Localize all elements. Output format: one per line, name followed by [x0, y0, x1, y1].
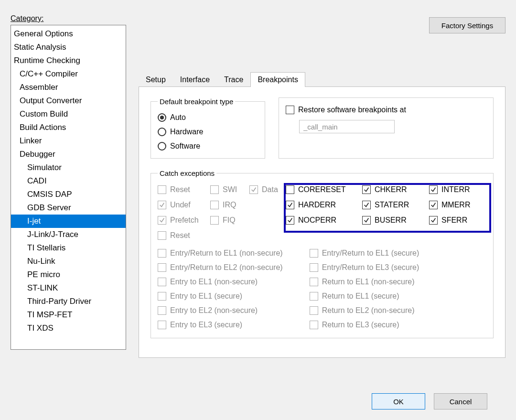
- checkbox-label: FIQ: [223, 213, 236, 228]
- tab-trace[interactable]: Trace: [217, 72, 250, 87]
- checkbox-entry-to-el1-secure-: [158, 292, 166, 301]
- checkbox-harderr[interactable]: [286, 201, 294, 209]
- checkbox-label: Prefetch: [170, 213, 199, 228]
- tab-breakpoints[interactable]: Breakpoints: [250, 72, 305, 87]
- category-item[interactable]: Simulator: [11, 161, 126, 174]
- checkbox-reset: [158, 231, 166, 240]
- legend-default-bp: Default breakpoint type: [158, 97, 235, 106]
- radio-label: Software: [170, 139, 200, 153]
- category-item[interactable]: PE micro: [11, 268, 126, 281]
- checkbox-return-to-el2-non-secure-: [310, 306, 318, 315]
- checkbox-label: Return to EL2 (non-secure): [322, 303, 415, 318]
- category-list[interactable]: General OptionsStatic AnalysisRuntime Ch…: [11, 25, 126, 350]
- category-item[interactable]: Linker: [11, 134, 126, 148]
- category-item[interactable]: Third-Party Driver: [11, 295, 126, 308]
- category-item[interactable]: TI XDS: [11, 322, 126, 335]
- tab-interface[interactable]: Interface: [173, 72, 217, 87]
- category-item[interactable]: CMSIS DAP: [11, 188, 126, 201]
- radio-label: Auto: [170, 110, 186, 125]
- checkbox-label: Undef: [170, 197, 191, 213]
- tab-panel-breakpoints: Default breakpoint type AutoHardwareSoft…: [139, 86, 505, 358]
- checkbox-buserr[interactable]: [362, 216, 371, 225]
- checkbox-label: CHKERR: [375, 182, 407, 197]
- checkbox-mmerr[interactable]: [429, 201, 438, 209]
- checkbox-nocperr[interactable]: [286, 216, 294, 225]
- checkbox-label: IRQ: [223, 197, 236, 213]
- checkbox-label: CORERESET: [298, 182, 346, 197]
- category-item[interactable]: TI Stellaris: [11, 241, 126, 255]
- checkbox-label: Entry to EL2 (non-secure): [170, 303, 258, 318]
- checkbox-data: [249, 185, 258, 194]
- category-item[interactable]: Custom Build: [11, 108, 126, 121]
- checkbox-label: Entry to EL1 (non-secure): [170, 275, 258, 289]
- checkbox-label: Reset: [170, 182, 190, 197]
- radio-hardware[interactable]: [158, 128, 166, 136]
- checkbox-entry-return-to-el1-non-secure-: [158, 249, 166, 258]
- category-item[interactable]: CADI: [11, 174, 126, 188]
- category-item[interactable]: C/C++ Compiler: [11, 67, 126, 81]
- category-item[interactable]: Runtime Checking: [11, 54, 126, 67]
- checkbox-label: STATERR: [375, 197, 409, 213]
- fieldset-default-bp-type: Default breakpoint type AutoHardwareSoft…: [150, 97, 265, 159]
- checkbox-return-to-el1-non-secure-: [310, 278, 318, 286]
- checkbox-label: Reset: [170, 228, 190, 243]
- checkbox-interr[interactable]: [429, 185, 438, 194]
- radio-software[interactable]: [158, 142, 166, 151]
- checkbox-return-to-el3-secure-: [310, 321, 318, 329]
- checkbox-label: MMERR: [441, 197, 470, 213]
- checkbox-fiq: [210, 216, 219, 225]
- checkbox-label: Entry/Return to EL2 (non-secure): [170, 260, 283, 275]
- ok-button[interactable]: OK: [372, 393, 425, 409]
- fieldset-restore: Restore software breakpoints at: [279, 97, 494, 159]
- checkbox-label: Return to EL1 (non-secure): [322, 275, 415, 289]
- checkbox-label: Return to EL1 (secure): [322, 289, 399, 303]
- checkbox-entry-return-to-el1-secure-: [310, 249, 318, 258]
- checkbox-label: Data: [262, 182, 278, 197]
- checkbox-label: INTERR: [441, 182, 470, 197]
- checkbox-return-to-el1-secure-: [310, 292, 318, 301]
- checkbox-label: BUSERR: [375, 213, 407, 228]
- checkbox-entry-to-el3-secure-: [158, 321, 166, 329]
- category-item[interactable]: I-jet: [11, 215, 126, 228]
- checkbox-label: Entry/Return to EL1 (secure): [322, 246, 419, 260]
- checkbox-prefetch: [158, 216, 166, 225]
- checkbox-label: NOCPERR: [298, 213, 336, 228]
- checkbox-staterr[interactable]: [362, 201, 371, 209]
- category-item[interactable]: ST-LINK: [11, 281, 126, 295]
- category-item[interactable]: Nu-Link: [11, 255, 126, 268]
- checkbox-label: Entry/Return to EL1 (non-secure): [170, 246, 283, 260]
- checkbox-entry-to-el1-non-secure-: [158, 278, 166, 286]
- tabstrip: SetupInterfaceTraceBreakpoints: [139, 72, 505, 86]
- category-item[interactable]: Build Actions: [11, 121, 126, 134]
- category-label: Category:: [11, 14, 126, 23]
- category-item[interactable]: Static Analysis: [11, 41, 126, 54]
- checkbox-label: SWI: [223, 182, 237, 197]
- checkbox-label: Entry to EL3 (secure): [170, 318, 242, 332]
- checkbox-sferr[interactable]: [429, 216, 438, 225]
- restore-label: Restore software breakpoints at: [298, 106, 406, 114]
- category-item[interactable]: General Options: [11, 27, 126, 41]
- checkbox-corereset[interactable]: [286, 185, 294, 194]
- category-item[interactable]: Debugger: [11, 148, 126, 161]
- restore-input[interactable]: [299, 120, 395, 133]
- checkbox-chkerr[interactable]: [362, 185, 371, 194]
- tab-setup[interactable]: Setup: [139, 72, 173, 87]
- radio-auto[interactable]: [158, 113, 166, 122]
- cancel-button[interactable]: Cancel: [434, 393, 487, 409]
- checkbox-label: Entry to EL1 (secure): [170, 289, 242, 303]
- checkbox-entry-to-el2-non-secure-: [158, 306, 166, 315]
- restore-checkbox[interactable]: [286, 106, 294, 114]
- checkbox-label: Return to EL3 (secure): [322, 318, 399, 332]
- checkbox-label: Entry/Return to EL3 (secure): [322, 260, 419, 275]
- factory-settings-button[interactable]: Factory Settings: [429, 17, 505, 33]
- radio-label: Hardware: [170, 125, 203, 139]
- fieldset-catch-exceptions: Catch exceptions ResetUndefPrefetchReset…: [150, 169, 494, 338]
- checkbox-undef: [158, 201, 166, 209]
- legend-catch: Catch exceptions: [158, 169, 216, 177]
- category-item[interactable]: Output Converter: [11, 94, 126, 108]
- checkbox-label: SFERR: [441, 213, 467, 228]
- category-item[interactable]: GDB Server: [11, 201, 126, 215]
- category-item[interactable]: J-Link/J-Trace: [11, 228, 126, 241]
- category-item[interactable]: Assembler: [11, 81, 126, 94]
- category-item[interactable]: TI MSP-FET: [11, 308, 126, 322]
